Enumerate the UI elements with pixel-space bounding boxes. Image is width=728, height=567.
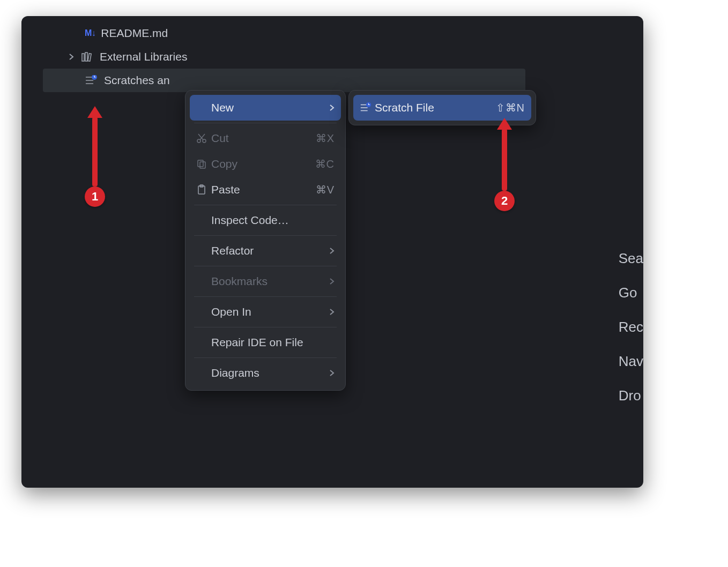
- menu-item-label: New: [211, 101, 329, 114]
- ide-window: M↓ README.md External Libraries: [21, 16, 643, 488]
- tree-item-scratches[interactable]: Scratches an: [43, 69, 525, 92]
- hint-line: Nav: [619, 344, 643, 378]
- cut-icon: [196, 133, 211, 144]
- menu-item-repair-ide-on-file[interactable]: Repair IDE on File: [190, 330, 341, 355]
- menu-item-copy: Copy⌘C: [190, 151, 341, 177]
- chevron-right-icon: [329, 104, 335, 111]
- menu-separator: [194, 266, 337, 266]
- menu-item-shortcut: ⌘C: [315, 158, 335, 170]
- svg-rect-9: [198, 160, 203, 167]
- menu-item-bookmarks: Bookmarks: [190, 268, 341, 294]
- welcome-hints: SeaGoRecNavDro: [619, 241, 643, 413]
- menu-separator: [194, 205, 337, 205]
- menu-item-label: Copy: [211, 158, 315, 170]
- scratch-icon: [360, 102, 375, 113]
- menu-item-label: Refactor: [211, 244, 329, 257]
- menu-item-diagrams[interactable]: Diagrams: [190, 360, 341, 386]
- copy-icon: [196, 159, 211, 169]
- menu-item-inspect-code[interactable]: Inspect Code…: [190, 207, 341, 233]
- menu-separator: [194, 357, 337, 358]
- menu-item-label: Open In: [211, 305, 329, 318]
- menu-item-paste[interactable]: Paste⌘V: [190, 177, 341, 203]
- hint-line: Dro: [619, 378, 643, 413]
- menu-item-refactor[interactable]: Refactor: [190, 238, 341, 264]
- menu-item-label: Bookmarks: [211, 275, 329, 288]
- submenu-item-shortcut: ⇧⌘N: [496, 101, 525, 114]
- tree-item-label: README.md: [101, 27, 168, 40]
- hint-line: Go: [619, 275, 643, 310]
- menu-item-new[interactable]: New: [190, 95, 341, 121]
- chevron-right-icon: [329, 369, 335, 377]
- svg-rect-0: [82, 54, 84, 61]
- submenu-item-label: Scratch File: [375, 101, 496, 114]
- chevron-right-icon: [329, 247, 335, 255]
- menu-item-cut: Cut⌘X: [190, 125, 341, 151]
- menu-item-open-in[interactable]: Open In: [190, 299, 341, 325]
- menu-item-shortcut: ⌘V: [316, 183, 335, 196]
- submenu-item-scratch-file[interactable]: Scratch File⇧⌘N: [353, 95, 531, 121]
- svg-rect-1: [85, 53, 87, 61]
- menu-separator: [194, 296, 337, 297]
- chevron-right-icon: [329, 308, 335, 316]
- markdown-file-icon: M↓: [85, 28, 95, 38]
- menu-separator: [194, 123, 337, 123]
- menu-item-label: Paste: [211, 183, 316, 196]
- menu-item-label: Cut: [211, 132, 316, 145]
- chevron-right-icon: [329, 278, 335, 285]
- menu-item-shortcut: ⌘X: [316, 132, 335, 145]
- hint-line: Sea: [619, 241, 643, 275]
- menu-item-label: Inspect Code…: [211, 214, 335, 227]
- tree-item-readme[interactable]: M↓ README.md: [43, 21, 525, 45]
- tree-item-external-libraries[interactable]: External Libraries: [43, 45, 525, 69]
- paste-icon: [196, 184, 211, 195]
- chevron-right-icon: [66, 52, 76, 62]
- hint-line: Rec: [619, 310, 643, 344]
- context-submenu: Scratch File⇧⌘N: [348, 90, 536, 125]
- svg-rect-2: [88, 54, 91, 61]
- menu-separator: [194, 235, 337, 236]
- tree-item-label: External Libraries: [100, 50, 187, 63]
- library-icon: [81, 52, 93, 62]
- menu-separator: [194, 327, 337, 327]
- menu-item-label: Repair IDE on File: [211, 336, 335, 349]
- svg-rect-10: [200, 162, 205, 168]
- context-menu: NewCut⌘XCopy⌘CPaste⌘VInspect Code…Refact…: [185, 90, 346, 391]
- menu-item-label: Diagrams: [211, 367, 329, 379]
- project-tree: M↓ README.md External Libraries: [43, 21, 525, 92]
- scratches-icon: [85, 75, 98, 86]
- tree-item-label: Scratches an: [104, 74, 170, 87]
